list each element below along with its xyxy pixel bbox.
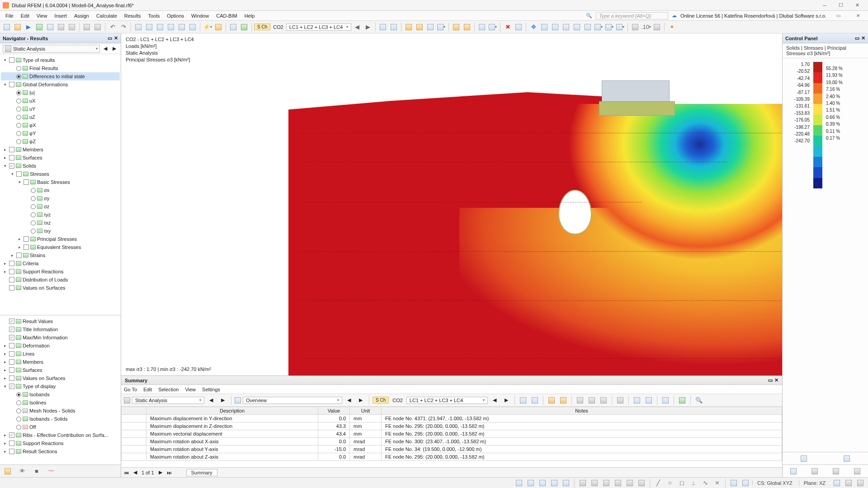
table-row[interactable]: Maximum vectorial displacement43.4mmFE n…: [122, 430, 782, 438]
menu-cad-bim[interactable]: CAD-BIM: [212, 12, 241, 19]
sb-e2[interactable]: [741, 478, 750, 488]
radio-icon[interactable]: [31, 196, 36, 201]
pager-next[interactable]: ▶: [159, 469, 162, 475]
sb-snap4[interactable]: [613, 478, 623, 488]
sb-snap2[interactable]: [590, 478, 599, 488]
view-y-button[interactable]: [155, 22, 165, 32]
tree-item[interactable]: |u|: [1, 89, 120, 97]
menu-assign[interactable]: Assign: [71, 12, 93, 19]
menu-window[interactable]: Window: [188, 12, 212, 19]
checkbox[interactable]: ✓: [9, 432, 14, 438]
tree-item[interactable]: ▸Lines: [1, 350, 120, 358]
radio-icon[interactable]: [16, 66, 21, 71]
radio-icon[interactable]: [16, 99, 21, 103]
sum-t5[interactable]: [575, 395, 585, 405]
copy-button[interactable]: [45, 22, 55, 32]
display-options-tree[interactable]: ✓Result Values✓Title Information✓Max/Min…: [0, 315, 121, 465]
radio-icon[interactable]: [16, 139, 21, 144]
cp-b1[interactable]: [799, 454, 809, 464]
doc2-button[interactable]: [93, 22, 103, 32]
grid-header[interactable]: Description: [146, 407, 318, 415]
t3-button[interactable]: [583, 22, 593, 32]
dim3-button[interactable]: [425, 22, 435, 32]
tree-item[interactable]: ▸Support Reactions: [1, 439, 120, 447]
anim2-button[interactable]: ▾: [488, 22, 498, 32]
lc-next-button[interactable]: ▶: [363, 22, 373, 32]
pager-prev[interactable]: ◀: [133, 469, 137, 475]
view-z-button[interactable]: [166, 22, 176, 32]
radio-icon[interactable]: [31, 212, 36, 217]
sb-b1[interactable]: [514, 478, 524, 488]
sb-e1[interactable]: [729, 478, 739, 488]
cp-tab1[interactable]: [788, 466, 798, 476]
sb-b3[interactable]: [538, 478, 547, 488]
tree-item[interactable]: Distribution of Loads: [1, 276, 120, 284]
status-plane[interactable]: Plane: XZ: [799, 480, 830, 486]
new-button[interactable]: [2, 22, 12, 32]
menu-options[interactable]: Options: [163, 12, 188, 19]
tree-item[interactable]: ▾Global Deformations: [1, 80, 120, 89]
checkbox[interactable]: [9, 261, 14, 266]
tree-item[interactable]: φY: [1, 129, 120, 137]
radio-icon[interactable]: [16, 107, 21, 112]
checkbox[interactable]: [9, 147, 14, 152]
t6-button[interactable]: ▾: [615, 22, 625, 32]
sb-d5[interactable]: ∿: [700, 478, 710, 488]
checkbox[interactable]: ✓: [9, 327, 14, 332]
table-row[interactable]: Maximum rotation about Y-axis-15.0mradFE…: [122, 446, 782, 453]
checkbox[interactable]: [16, 253, 22, 258]
cp-tab2[interactable]: [810, 466, 820, 476]
tree-item[interactable]: φZ: [1, 137, 120, 145]
tree-item[interactable]: τxy: [1, 227, 120, 235]
radio-icon[interactable]: [31, 204, 36, 209]
tree-item[interactable]: uX: [1, 97, 120, 105]
tree-item[interactable]: ▸✓Ribs - Effective Contribution on Surfa…: [1, 431, 120, 439]
tree-item[interactable]: ▸Strains: [1, 251, 120, 259]
cp-pin-icon[interactable]: ▭: [855, 35, 859, 41]
sum-t8[interactable]: [615, 395, 625, 405]
text2-button[interactable]: .10▾: [641, 22, 651, 32]
sb-d3[interactable]: ◻: [677, 478, 687, 488]
move-button[interactable]: ✥: [528, 22, 538, 32]
sb-f3[interactable]: [855, 478, 865, 488]
results-button[interactable]: [239, 22, 249, 32]
summary-overview-combo[interactable]: Overview▾: [243, 397, 342, 404]
minimize-button[interactable]: ─: [816, 1, 833, 10]
cp-tab3[interactable]: [831, 466, 841, 476]
sb-d6[interactable]: ⨯: [712, 478, 722, 488]
printer-button[interactable]: [67, 22, 77, 32]
action-button[interactable]: [213, 22, 223, 32]
radio-icon[interactable]: [31, 221, 36, 225]
nav-tab-results[interactable]: 〰: [46, 466, 56, 476]
sb-b5[interactable]: [561, 478, 571, 488]
dim2-button[interactable]: [415, 22, 425, 32]
nav-prev-button[interactable]: ◀: [102, 44, 109, 54]
checkbox[interactable]: [9, 285, 14, 291]
checkbox[interactable]: ✓: [9, 335, 14, 340]
sb-f2[interactable]: [844, 478, 854, 488]
sb-b4[interactable]: [549, 478, 559, 488]
tree-item[interactable]: ▸Members: [1, 358, 120, 366]
tree-item[interactable]: ▾Basic Stresses: [1, 178, 120, 186]
menu-tools[interactable]: Tools: [144, 12, 163, 19]
menu-file[interactable]: File: [2, 12, 17, 19]
tree-item[interactable]: ✓Max/Min Information: [1, 333, 120, 342]
summary-grid[interactable]: DescriptionValueUnitNotesMaximum displac…: [121, 407, 782, 467]
tree-item[interactable]: ▾✓Solids: [1, 162, 120, 170]
tool-a-button[interactable]: [514, 22, 524, 32]
radio-icon[interactable]: [16, 425, 21, 430]
tree-item[interactable]: uZ: [1, 113, 120, 121]
tree-item[interactable]: σy: [1, 194, 120, 202]
checkbox[interactable]: [9, 375, 14, 381]
radio-icon[interactable]: [16, 417, 21, 422]
navigator-mode-combo[interactable]: Static Analysis▾: [3, 45, 100, 53]
radio-icon[interactable]: [16, 131, 21, 136]
table-row[interactable]: Maximum rotation about Z-axis0.0mradFE n…: [122, 453, 782, 461]
table-row[interactable]: Maximum displacement in Z-direction43.3m…: [122, 422, 782, 430]
sb-f1[interactable]: [832, 478, 842, 488]
menu-insert[interactable]: Insert: [51, 12, 71, 19]
grid-header[interactable]: [122, 407, 146, 415]
summary-menu-selection[interactable]: Selection: [158, 387, 179, 392]
keyword-search-input[interactable]: Type a keyword (Alt+Q): [596, 12, 668, 19]
checkbox[interactable]: [9, 82, 14, 87]
